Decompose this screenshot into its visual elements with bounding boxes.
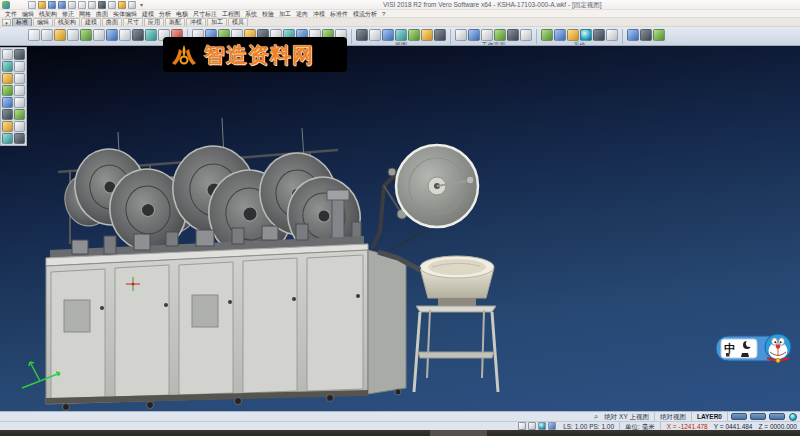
toolbar-icon[interactable]	[145, 29, 157, 41]
toolbar-icon[interactable]	[567, 29, 579, 41]
toolbar-icon[interactable]	[520, 29, 532, 41]
open-file-icon[interactable]	[38, 1, 46, 9]
grid-icon[interactable]	[548, 422, 556, 430]
palette-icon[interactable]	[14, 109, 25, 120]
palette-icon[interactable]	[2, 109, 13, 120]
tab-application[interactable]: 应用	[144, 18, 164, 27]
palette-icon[interactable]	[2, 73, 13, 84]
toolbar-icon[interactable]	[132, 29, 144, 41]
palette-icon[interactable]	[2, 61, 13, 72]
toolbar-icon[interactable]	[554, 29, 566, 41]
toolbar-icon[interactable]	[468, 29, 480, 41]
menu-item-die[interactable]: 冲模	[311, 10, 327, 18]
taskbar-button[interactable]	[430, 430, 487, 436]
toolbar-icon[interactable]	[580, 29, 592, 41]
menu-item-drawing[interactable]: 工程图	[220, 10, 242, 18]
palette-icon[interactable]	[2, 85, 13, 96]
undo-icon[interactable]	[108, 1, 116, 9]
snapshot-icon[interactable]	[528, 422, 536, 430]
new-file-icon[interactable]	[28, 1, 36, 9]
tab-assembly[interactable]: 装配	[165, 18, 185, 27]
menu-item-modeling[interactable]: 建模	[140, 10, 156, 18]
tab-die[interactable]: 冲模	[186, 18, 206, 27]
menu-item-system[interactable]: 系统	[243, 10, 259, 18]
print-icon[interactable]	[68, 1, 76, 9]
menu-item-modify[interactable]: 修正	[60, 10, 76, 18]
qat-customize-chevron-icon[interactable]: ▾	[140, 1, 143, 9]
toolbar-icon[interactable]	[106, 29, 118, 41]
save-all-icon[interactable]	[58, 1, 66, 9]
menu-item-reverse[interactable]: 逆向	[294, 10, 310, 18]
tab-wireframe[interactable]: 线架构	[54, 18, 80, 27]
toolbar-icon[interactable]	[606, 29, 618, 41]
prompt-icon[interactable]	[518, 422, 526, 430]
menu-item-flow-analysis[interactable]: 模流分析	[351, 10, 379, 18]
toolbar-icon[interactable]	[653, 29, 665, 41]
toolbar-icon[interactable]	[119, 29, 131, 41]
toolbar-icon[interactable]	[507, 29, 519, 41]
menu-item-help[interactable]: ?	[380, 10, 387, 18]
palette-icon[interactable]	[2, 97, 13, 108]
tab-surface[interactable]: 曲面	[102, 18, 122, 27]
toolbar-icon[interactable]	[593, 29, 605, 41]
menu-item-analysis[interactable]: 分析	[157, 10, 173, 18]
toolbar-dropdown-button[interactable]: ▾	[2, 19, 11, 26]
toolbar-icon[interactable]	[41, 29, 53, 41]
menu-item-edit[interactable]: 编辑	[20, 10, 36, 18]
tab-modeling[interactable]: 建模	[81, 18, 101, 27]
delete-icon[interactable]	[98, 1, 106, 9]
palette-icon[interactable]	[14, 85, 25, 96]
menu-item-solid-edit[interactable]: 实体编辑	[111, 10, 139, 18]
workplane-indicator[interactable]: 绝对 XY 上视图	[599, 412, 655, 421]
toolbar-icon[interactable]	[67, 29, 79, 41]
tab-machining[interactable]: 加工	[207, 18, 227, 27]
tab-edit[interactable]: 编辑	[33, 18, 53, 27]
toolbar-icon[interactable]	[434, 29, 446, 41]
toolbar-icon[interactable]	[455, 29, 467, 41]
paste-icon[interactable]	[88, 1, 96, 9]
toolbar-icon[interactable]	[481, 29, 493, 41]
copy-icon[interactable]	[78, 1, 86, 9]
menu-item-mesh[interactable]: 网格	[77, 10, 93, 18]
toolbar-icon[interactable]	[395, 29, 407, 41]
palette-icon[interactable]	[14, 121, 25, 132]
ime-toolbar[interactable]: 中	[714, 329, 796, 369]
palette-icon[interactable]	[14, 133, 25, 144]
toolbar-icon[interactable]	[80, 29, 92, 41]
palette-icon[interactable]	[14, 73, 25, 84]
toolbar-icon[interactable]	[408, 29, 420, 41]
redo-icon[interactable]	[118, 1, 126, 9]
tab-mold[interactable]: 模具	[228, 18, 248, 27]
palette-icon[interactable]	[14, 97, 25, 108]
toolbar-icon[interactable]	[421, 29, 433, 41]
toolbar-icon[interactable]	[93, 29, 105, 41]
view-preset-button-3[interactable]	[769, 413, 785, 420]
palette-icon[interactable]	[14, 61, 25, 72]
palette-icon[interactable]	[2, 121, 13, 132]
toolbar-icon[interactable]	[356, 29, 368, 41]
tab-standard[interactable]: 标准	[12, 18, 32, 27]
viewport-3d[interactable]	[0, 46, 800, 411]
toolbar-icon[interactable]	[541, 29, 553, 41]
menu-item-wireframe[interactable]: 线架构	[37, 10, 59, 18]
menu-item-machining[interactable]: 加工	[277, 10, 293, 18]
clock-icon[interactable]	[538, 422, 546, 430]
view-preset-button-1[interactable]	[731, 413, 747, 420]
toolbar-icon[interactable]	[54, 29, 66, 41]
palette-icon[interactable]	[14, 49, 25, 60]
menu-item-file[interactable]: 文件	[3, 10, 19, 18]
save-icon[interactable]	[48, 1, 56, 9]
palette-icon[interactable]	[2, 49, 13, 60]
toolbar-icon[interactable]	[28, 29, 40, 41]
toolbar-icon[interactable]	[369, 29, 381, 41]
palette-icon[interactable]	[2, 133, 13, 144]
menu-item-verify[interactable]: 校验	[260, 10, 276, 18]
tab-dimension[interactable]: 尺寸	[123, 18, 143, 27]
menu-item-surface[interactable]: 曲面	[94, 10, 110, 18]
view-indicator[interactable]: 绝对视图	[655, 412, 692, 421]
menu-item-electrode[interactable]: 电极	[174, 10, 190, 18]
toolbar-icon[interactable]	[382, 29, 394, 41]
options-icon[interactable]	[128, 1, 136, 9]
menu-item-standard-parts[interactable]: 标准件	[328, 10, 350, 18]
toolbar-icon[interactable]	[640, 29, 652, 41]
